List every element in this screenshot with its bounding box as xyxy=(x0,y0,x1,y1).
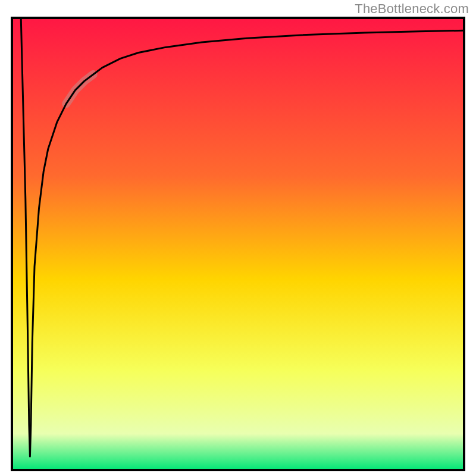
bottleneck-chart xyxy=(0,0,476,476)
chart-container: TheBottleneck.com xyxy=(0,0,476,476)
